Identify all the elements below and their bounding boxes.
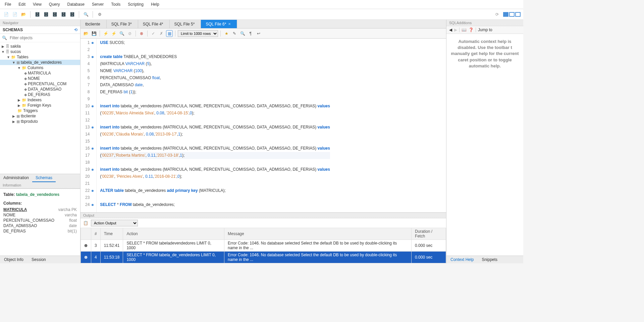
menu-edit[interactable]: Edit (15, 1, 29, 8)
editor-tab-2[interactable]: SQL File 4* (138, 20, 170, 28)
schemas-header: SCHEMAS ⟲ (0, 26, 80, 34)
column-de-ferias[interactable]: ◆DE_FERIAS (0, 92, 80, 97)
main-toolbar: 📄 📄 📂 🗄️ 🗄️ 🗄️ 🗄️ 🗄️ 🔍 ⚙ ⟳ (0, 9, 523, 20)
column-nome[interactable]: ◆NOME (0, 76, 80, 81)
additions-title: SQLAdditions (446, 20, 523, 26)
save-file-icon[interactable]: 💾 (91, 30, 97, 37)
server-icon-5[interactable]: 🗄️ (69, 11, 75, 18)
navigator-panel: Navigator SCHEMAS ⟲ 🔍 ▶🗄sakila ▼🗄sucos ▼… (0, 20, 80, 263)
server-icon-4[interactable]: 🗄️ (60, 11, 67, 18)
menubar: FileEditViewQueryDatabaseServerToolsScri… (0, 0, 523, 9)
tab-context-help[interactable]: Context Help (446, 256, 478, 263)
refresh-icon[interactable]: ⟲ (74, 28, 77, 32)
navigator-tabs: Administration Schemas (0, 174, 80, 182)
explain-icon[interactable]: 🔍 (118, 30, 125, 37)
close-icon[interactable]: ✕ (228, 22, 231, 26)
table-tbproduto[interactable]: ▶▦tbproduto (0, 119, 80, 124)
find-icon[interactable]: 🔍 (239, 30, 246, 37)
tab-session[interactable]: Session (28, 256, 50, 263)
execute-icon[interactable]: ⚡ (102, 30, 109, 37)
back-icon[interactable]: ◀ (449, 28, 452, 32)
foreign-keys-folder[interactable]: ▶📁Foreign Keys (0, 103, 80, 108)
output-row[interactable]: ⊗411:53:18SELECT * FROM tabela_de_vended… (81, 252, 446, 263)
wrap-icon[interactable]: ↩ (255, 30, 262, 37)
information-title: Information (0, 182, 80, 189)
indexes-folder[interactable]: ▶📁Indexes (0, 97, 80, 103)
open-sql-icon[interactable]: 📂 (20, 11, 27, 18)
tables-folder[interactable]: ▼📁Tables (0, 54, 80, 60)
menu-database[interactable]: Database (64, 1, 88, 8)
menu-server[interactable]: Server (89, 1, 107, 8)
output-panel: Output 📋 Action Output #TimeActionMessag… (80, 212, 446, 263)
schema-tree[interactable]: ▶🗄sakila ▼🗄sucos ▼📁Tables ▼▦tabela_de_ve… (0, 42, 80, 174)
new-sql-tab-icon[interactable]: 📄 (3, 11, 9, 18)
column-matricula[interactable]: ◆MATRICULA (0, 70, 80, 76)
server-icon-3[interactable]: 🗄️ (51, 11, 58, 18)
sql-additions-panel: SQLAdditions ◀ ▶ 📖 ❓ Jump to Automatic c… (446, 20, 523, 263)
server-icon-1[interactable]: 🗄️ (34, 11, 41, 18)
help-icon-2[interactable]: ❓ (469, 28, 474, 32)
autocommit-on-icon[interactable]: ✓ (150, 30, 157, 37)
filter-input[interactable] (8, 35, 78, 41)
panel-toggle[interactable] (502, 12, 521, 17)
table-tabela-de-vendedores[interactable]: ▼▦tabela_de_vendedores (0, 60, 80, 65)
new-sql-script-icon[interactable]: 📄 (11, 11, 18, 18)
information-panel: Table: tabela_de_vendedores Columns: MAT… (0, 189, 80, 256)
open-file-icon[interactable]: 📂 (83, 30, 89, 37)
limit-select[interactable]: Limit to 1000 rows (178, 30, 218, 37)
menu-query[interactable]: Query (46, 1, 63, 8)
schema-sucos[interactable]: ▼🗄sucos (0, 49, 80, 54)
sql-editor[interactable]: 123456789101112131415161718192021222324 … (80, 39, 446, 212)
sql-toolbar: 📂 💾 ⚡ ⚡ 🔍 ⊘ ⊗ ✓ ✗ ▦ Limit to 1000 rows ★… (80, 29, 446, 39)
search-db-icon[interactable]: 🔍 (83, 11, 89, 18)
menu-file[interactable]: File (1, 1, 14, 8)
commit-icon[interactable]: ⊗ (138, 30, 145, 37)
menu-view[interactable]: View (30, 1, 45, 8)
output-list-icon[interactable]: 📋 (83, 221, 88, 225)
columns-folder[interactable]: ▼📁Columns (0, 65, 80, 70)
column-percentual[interactable]: ◆PERCENTUAL_COM (0, 81, 80, 87)
editor-tab-3[interactable]: SQL File 5* (170, 20, 201, 28)
invisible-chars-icon[interactable]: ¶ (247, 30, 254, 37)
sync-icon[interactable]: ⟳ (494, 11, 500, 18)
center-editor: tbclienteSQL File 3*SQL File 4*SQL File … (80, 20, 446, 263)
info-tabs: Object Info Session (0, 256, 80, 263)
tab-schemas[interactable]: Schemas (32, 174, 56, 182)
tab-administration[interactable]: Administration (0, 174, 32, 182)
beautify-icon[interactable]: ✎ (231, 30, 238, 37)
editor-tab-1[interactable]: SQL File 3* (107, 20, 138, 28)
output-title: Output (80, 213, 446, 218)
editor-tab-0[interactable]: tbcliente (80, 20, 107, 28)
info-table-name: tabela_de_vendedores (16, 192, 59, 197)
column-data-admissao[interactable]: ◆DATA_ADMISSAO (0, 87, 80, 92)
additions-body: Automatic context help is disabled. Use … (446, 34, 523, 256)
filter-box: 🔍 (0, 34, 80, 42)
server-icon-2[interactable]: 🗄️ (43, 11, 49, 18)
triggers-folder[interactable]: 📁Triggers (0, 108, 80, 113)
tab-object-info[interactable]: Object Info (0, 256, 28, 263)
misc-icon[interactable]: ⚙ (96, 11, 103, 18)
output-row[interactable]: ⊗311:52:41SELECT * FROM tabeladevendedor… (81, 240, 446, 252)
output-type-select[interactable]: Action Output (91, 220, 138, 226)
autocommit-off-icon[interactable]: ✗ (158, 30, 165, 37)
table-tbcliente[interactable]: ▶▦tbcliente (0, 113, 80, 119)
execute-current-icon[interactable]: ⚡ (110, 30, 117, 37)
forward-icon[interactable]: ▶ (454, 28, 457, 32)
search-icon: 🔍 (2, 36, 7, 40)
schema-sakila[interactable]: ▶🗄sakila (0, 44, 80, 49)
output-table: #TimeActionMessageDuration / Fetch ⊗311:… (80, 228, 446, 263)
help-icon-1[interactable]: 📖 (462, 28, 467, 32)
menu-help[interactable]: Help (148, 1, 163, 8)
jump-to-label[interactable]: Jump to (478, 28, 492, 32)
stop-icon[interactable]: ⊘ (126, 30, 133, 37)
menu-scripting[interactable]: Scripting (124, 1, 147, 8)
tab-snippets[interactable]: Snippets (478, 256, 501, 263)
editor-tabs: tbclienteSQL File 3*SQL File 4*SQL File … (80, 20, 446, 29)
navigator-title: Navigator (0, 20, 80, 26)
favorite-icon[interactable]: ★ (223, 30, 230, 37)
editor-tab-4[interactable]: SQL File 6*✕ (201, 20, 237, 28)
additions-toolbar: ◀ ▶ 📖 ❓ Jump to (446, 26, 523, 34)
menu-tools[interactable]: Tools (108, 1, 124, 8)
additions-tabs: Context Help Snippets (446, 256, 523, 263)
toggle-icon[interactable]: ▦ (166, 30, 173, 37)
